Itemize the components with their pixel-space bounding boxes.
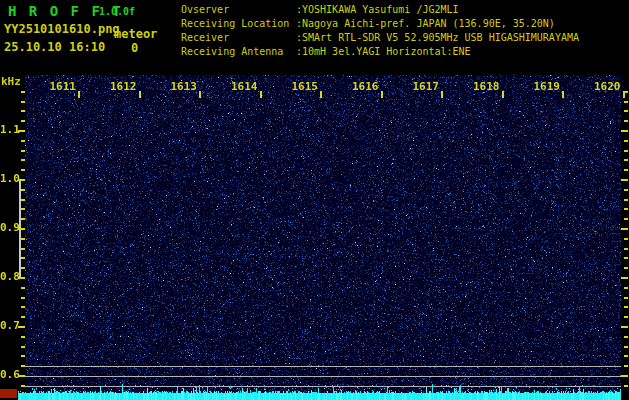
time-label: 1619: [530, 80, 560, 93]
info-value: :Nagoya Aichi-pref. JAPAN (136.90E, 35.2…: [296, 17, 555, 31]
freq-label: 1.0: [0, 172, 17, 185]
output-filename: YY2510101610.png: [4, 22, 120, 36]
freq-label: 0.7: [0, 319, 17, 332]
app-version: 1.0.0f: [99, 6, 135, 17]
info-value: :10mH 3el.YAGI Horizontal:ENE: [296, 45, 471, 59]
time-label: 1620: [591, 80, 621, 93]
info-row-observer: Ovserver:YOSHIKAWA Yasufumi /JG2MLI: [181, 3, 579, 17]
freq-label: 0.8: [0, 270, 17, 283]
meteor-count: 0: [131, 41, 138, 55]
info-label: Receiver: [181, 31, 296, 45]
time-label: 1615: [288, 80, 318, 93]
time-label: 1612: [107, 80, 137, 93]
observation-datetime: 25.10.10 16:10: [4, 40, 105, 54]
time-label: 1614: [228, 80, 258, 93]
info-label: Ovserver: [181, 3, 296, 17]
time-label: 1611: [46, 80, 76, 93]
info-value: :YOSHIKAWA Yasufumi /JG2MLI: [296, 3, 459, 17]
time-label: 1618: [470, 80, 500, 93]
time-label: 1617: [409, 80, 439, 93]
info-row-receiver: Receiver:SMArt RTL-SDR V5 52.905MHz USB …: [181, 31, 579, 45]
frequency-unit-label: kHz: [1, 75, 21, 88]
time-label: 1616: [349, 80, 379, 93]
time-label: 1613: [167, 80, 197, 93]
station-info: Ovserver:YOSHIKAWA Yasufumi /JG2MLI Rece…: [181, 3, 579, 59]
info-row-antenna: Receiving Antenna:10mH 3el.YAGI Horizont…: [181, 45, 579, 59]
freq-label: 0.9: [0, 221, 17, 234]
info-label: Receiving Antenna: [181, 45, 296, 59]
info-value: :SMArt RTL-SDR V5 52.905MHz USB HIGASHIM…: [296, 31, 579, 45]
info-row-location: Receiving Location:Nagoya Aichi-pref. JA…: [181, 17, 579, 31]
mode-label: meteor: [114, 27, 157, 41]
info-label: Receiving Location: [181, 17, 296, 31]
freq-label: 1.1: [0, 123, 17, 136]
freq-label: 0.6: [0, 368, 17, 381]
spectrogram-canvas: [0, 75, 629, 400]
